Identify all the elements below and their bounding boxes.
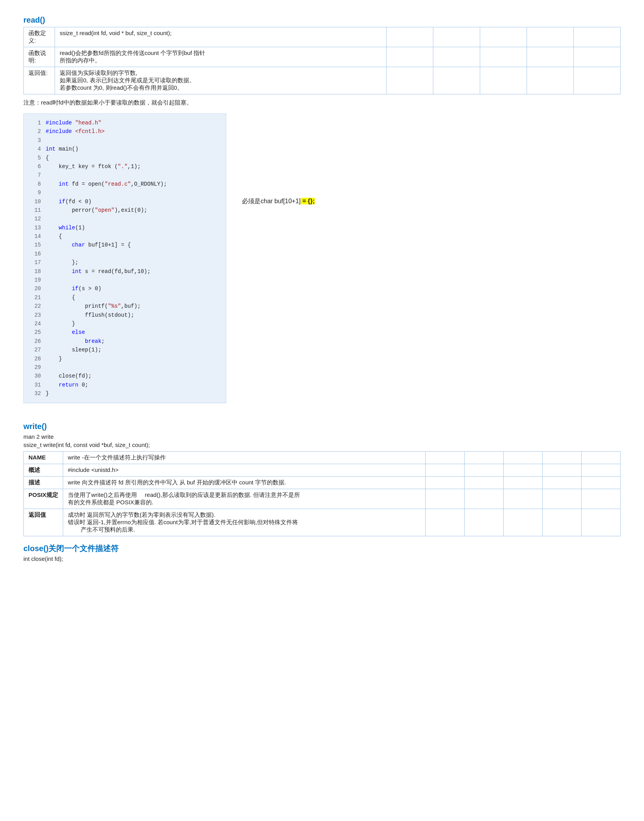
- label-cell: 返回值: [24, 509, 63, 536]
- label-cell: NAME: [24, 451, 63, 464]
- label-cell: 函数定义:: [24, 27, 55, 47]
- write-man-ref: man 2 write: [23, 433, 621, 440]
- code-line: 8 int fd = open("read.c",O_RDONLY);: [30, 180, 220, 188]
- code-line: 22 printf("%s",buf);: [30, 302, 220, 310]
- code-line: 1 #include "head.h": [30, 119, 220, 127]
- close-section: close()关闭一个文件描述符 int close(int fd);: [23, 543, 621, 562]
- read-note: 注意：read时fd中的数据如果小于要读取的数据，就会引起阻塞。: [23, 99, 621, 106]
- content-cell: #include <unistd.h>: [63, 464, 425, 476]
- code-line: 27 sleep(1);: [30, 346, 220, 354]
- content-cell: ssize_t read(int fd, void * buf, size_t …: [55, 27, 387, 47]
- write-signature: ssize_t write(int fd, const void *buf, s…: [23, 442, 621, 448]
- annotation-highlight: = {};: [301, 198, 315, 204]
- table-row: 函数说明: read()会把参数fd所指的文件传送count 个字节到buf 指…: [24, 47, 621, 67]
- code-line: 10 if(fd < 0): [30, 197, 220, 206]
- code-line: 29: [30, 363, 220, 372]
- code-line: 6 key_t key = ftok (".",1);: [30, 162, 220, 171]
- label-cell: 描述: [24, 476, 63, 489]
- code-line: 13 while(1): [30, 223, 220, 232]
- table-row: 返回值 成功时 返回所写入的字节数(若为零则表示没有写入数据). 错误时 返回-…: [24, 509, 621, 536]
- code-line: 11 perror("open"),exit(0);: [30, 206, 220, 215]
- label-cell: POSIX规定: [24, 489, 63, 509]
- code-line: 15 char buf[10+1] = {: [30, 241, 220, 249]
- code-annotation-wrapper: 1 #include "head.h" 2 #include <fcntl.h>…: [23, 113, 621, 410]
- content-cell: 成功时 返回所写入的字节数(若为零则表示没有写入数据). 错误时 返回-1,并置…: [63, 509, 425, 536]
- label-cell: 函数说明:: [24, 47, 55, 67]
- content-cell: 返回值为实际读取到的字节数, 如果返回0, 表示已到达文件尾或是无可读取的数据。…: [55, 67, 387, 94]
- code-line: 19: [30, 276, 220, 284]
- code-line: 32 }: [30, 389, 220, 398]
- code-line: 7: [30, 171, 220, 179]
- table-row: 概述 #include <unistd.h>: [24, 464, 621, 476]
- code-line: 24 }: [30, 319, 220, 328]
- code-line: 5 {: [30, 154, 220, 162]
- page: read() 函数定义: ssize_t read(int fd, void *…: [0, 0, 644, 578]
- write-section: write() man 2 write ssize_t write(int fd…: [23, 422, 621, 536]
- read-title: read(): [23, 16, 621, 25]
- code-line: 31 return 0;: [30, 381, 220, 389]
- code-line: 30 close(fd);: [30, 372, 220, 380]
- code-line: 21 {: [30, 293, 220, 302]
- code-line: 23 fflush(stdout);: [30, 311, 220, 319]
- label-cell: 概述: [24, 464, 63, 476]
- write-info-table: NAME write -在一个文件描述符上执行写操作 概述 #include <…: [23, 451, 621, 536]
- code-line: 20 if(s > 0): [30, 284, 220, 293]
- read-section: read() 函数定义: ssize_t read(int fd, void *…: [23, 16, 621, 410]
- code-line: 18 int s = read(fd,buf,10);: [30, 267, 220, 276]
- content-cell: write 向文件描述符 fd 所引用的文件中写入 从 buf 开始的缓冲区中 …: [63, 476, 425, 489]
- content-cell: 当使用了write()之后再使用 read(),那么读取到的应该是更新后的数据.…: [63, 489, 425, 509]
- code-line: 16: [30, 250, 220, 258]
- table-row: 函数定义: ssize_t read(int fd, void * buf, s…: [24, 27, 621, 47]
- content-cell: read()会把参数fd所指的文件传送count 个字节到buf 指针所指的内存…: [55, 47, 387, 67]
- table-row: NAME write -在一个文件描述符上执行写操作: [24, 451, 621, 464]
- write-title: write(): [23, 422, 621, 431]
- label-cell: 返回值:: [24, 67, 55, 94]
- table-row: 返回值: 返回值为实际读取到的字节数, 如果返回0, 表示已到达文件尾或是无可读…: [24, 67, 621, 94]
- table-row: 描述 write 向文件描述符 fd 所引用的文件中写入 从 buf 开始的缓冲…: [24, 476, 621, 489]
- code-line: 3: [30, 136, 220, 145]
- code-line: 9: [30, 188, 220, 197]
- code-line: 26 break;: [30, 337, 220, 346]
- read-info-table: 函数定义: ssize_t read(int fd, void * buf, s…: [23, 27, 621, 94]
- code-block: 1 #include "head.h" 2 #include <fcntl.h>…: [23, 113, 226, 403]
- code-line: 4 int main(): [30, 145, 220, 153]
- code-line: 2 #include <fcntl.h>: [30, 127, 220, 136]
- annotation-text: 必须是char buf[10+1] = {};: [242, 198, 315, 204]
- code-line: 25 else: [30, 328, 220, 337]
- content-cell: write -在一个文件描述符上执行写操作: [63, 451, 425, 464]
- annotation: 必须是char buf[10+1] = {};: [242, 197, 315, 206]
- code-line: 12: [30, 215, 220, 223]
- table-row: POSIX规定 当使用了write()之后再使用 read(),那么读取到的应该…: [24, 489, 621, 509]
- close-title: close()关闭一个文件描述符: [23, 543, 621, 554]
- code-line: 14 {: [30, 232, 220, 241]
- close-signature: int close(int fd);: [23, 555, 621, 562]
- code-line: 17 };: [30, 258, 220, 267]
- code-line: 28 }: [30, 355, 220, 363]
